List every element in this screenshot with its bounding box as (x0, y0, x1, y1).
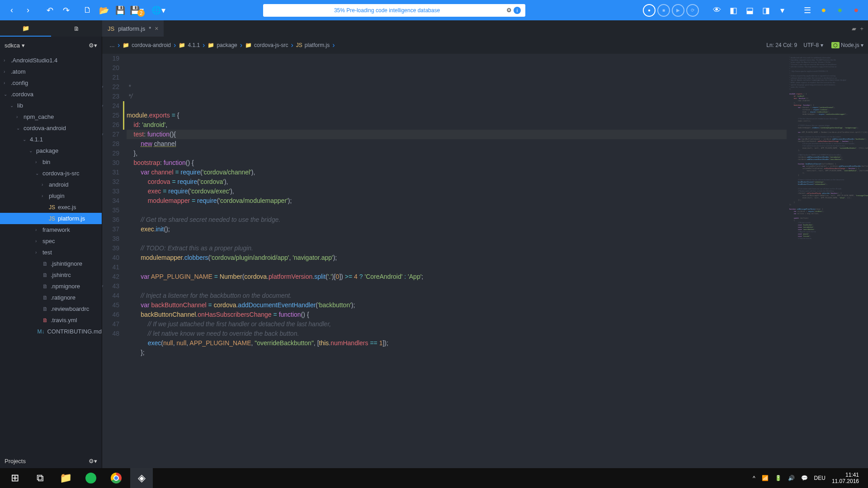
forward-button[interactable]: › (21, 3, 35, 18)
sidebar: sdkca ▾ ⚙▾ ›.AndroidStudio1.4›.atom›.con… (0, 37, 102, 468)
minimap[interactable]: * distributed with this work for additio… (787, 54, 868, 468)
tree-item--jshintrc[interactable]: 🗎.jshintrc (0, 269, 102, 281)
tree-item--atom[interactable]: ›.atom (0, 66, 102, 77)
tree-item-4-1-1[interactable]: ⌄4.1.1 (0, 134, 102, 145)
tree-item-bin[interactable]: ›bin (0, 156, 102, 168)
tree-item--config[interactable]: ›.config (0, 77, 102, 89)
toggle-tree-icon[interactable]: 📁 (0, 20, 51, 37)
spotify-icon[interactable] (80, 468, 102, 488)
volume-icon[interactable]: 🔊 (788, 475, 795, 481)
breadcrumb-cordova-android[interactable]: 📁 cordova-android (120, 42, 174, 48)
save-all-icon[interactable]: 💾2▾ (129, 3, 144, 18)
close-window-icon[interactable]: ● (849, 3, 863, 18)
battery-icon[interactable]: 🔋 (775, 475, 782, 481)
tab-platform-js[interactable]: JS platform.js * × (102, 20, 164, 37)
breadcrumb-platform-js[interactable]: JS platform.js (293, 42, 332, 48)
projects-label[interactable]: Projects (5, 458, 26, 465)
breadcrumb-package[interactable]: 📁 package (205, 42, 240, 48)
start-button[interactable]: ⊞ (4, 468, 26, 488)
windows-taskbar: ⊞ ⧉ 📁 ◈ ^ 📶 🔋 🔊 💬 DEU 11:41 11.07.2016 (0, 468, 868, 488)
tree-item--androidstudio1-4[interactable]: ›.AndroidStudio1.4 (0, 55, 102, 66)
tray-chevron-icon[interactable]: ^ (753, 475, 755, 481)
loading-message: 35% Pre-loading code intelligence databa… (268, 7, 506, 14)
redo-button[interactable]: ↷ (59, 3, 73, 18)
tab-label: platform.js (118, 25, 145, 32)
code-editor[interactable]: 192021▾2223▾242526▾272829303132333435363… (102, 54, 868, 468)
tree-item--cordova[interactable]: ⌄.cordova (0, 89, 102, 100)
info-icon[interactable]: i (514, 7, 521, 14)
breadcrumb-4-1-1[interactable]: 📁 4.1.1 (176, 42, 203, 48)
tree-item-lib[interactable]: ⌄lib (0, 100, 102, 111)
debug-icon[interactable]: ⟳ (686, 4, 699, 17)
tree-item-npm-cache[interactable]: ›npm_cache (0, 111, 102, 122)
language-selector[interactable]: ⬡ Node.js ▾ (830, 42, 863, 48)
tree-item-plugin[interactable]: ›plugin (0, 190, 102, 202)
projects-settings-icon[interactable]: ⚙▾ (89, 458, 97, 465)
save-icon[interactable]: 💾 (113, 3, 127, 18)
tree-item-cordova-js-src[interactable]: ⌄cordova-js-src (0, 168, 102, 179)
panel-bottom-icon[interactable]: ⬓ (742, 3, 757, 18)
tab-modified-indicator: * (149, 25, 151, 32)
breadcrumb-cordova-js-src[interactable]: 📁 cordova-js-src (242, 42, 291, 48)
globe-icon[interactable]: 🌐▾ (151, 3, 165, 18)
open-folder-icon[interactable]: 📂 (97, 3, 111, 18)
tab-bar: 📁 🗎 JS platform.js * × ▰ + (0, 20, 868, 37)
tree-item--travis-yml[interactable]: 🗎.travis.yml (0, 314, 102, 326)
play-icon[interactable]: ▶ (672, 4, 684, 17)
breadcrumb-ellipsis[interactable]: … (107, 42, 118, 48)
js-file-icon: JS (108, 25, 114, 32)
file-explorer-icon[interactable]: 📁 (54, 468, 77, 488)
tree-item-contributing-md[interactable]: M↓CONTRIBUTING.md (0, 326, 102, 337)
panel-dropdown[interactable]: ▾ (775, 3, 789, 18)
project-name[interactable]: sdkca ▾ (5, 42, 25, 49)
tree-item-android[interactable]: ›android (0, 179, 102, 190)
omnibox[interactable]: 35% Pre-loading code intelligence databa… (263, 4, 525, 17)
minimize-window-icon[interactable]: ● (816, 3, 831, 18)
clock[interactable]: 11:41 11.07.2016 (832, 472, 859, 484)
gear-icon[interactable]: ⚙ (506, 7, 512, 14)
tree-item--npmignore[interactable]: 🗎.npmignore (0, 281, 102, 292)
record-icon[interactable]: ● (643, 4, 656, 17)
maximize-window-icon[interactable]: ● (833, 3, 847, 18)
tree-item-cordova-android[interactable]: ⌄cordova-android (0, 122, 102, 134)
notifications-icon[interactable]: 💬 (801, 475, 808, 481)
menu-icon[interactable]: ☰ (800, 3, 815, 18)
new-file-icon[interactable]: 🗋 (80, 3, 95, 18)
close-tab-icon[interactable]: × (155, 25, 158, 32)
undo-button[interactable]: ↶ (42, 3, 57, 18)
stop-icon[interactable]: ■ (657, 4, 670, 17)
tree-item-platform-js[interactable]: JSplatform.js (0, 213, 102, 224)
add-tab-icon[interactable]: + (860, 25, 863, 32)
app-icon[interactable]: ◈ (130, 468, 153, 488)
eye-icon[interactable]: 👁 (710, 3, 724, 18)
tree-item-test[interactable]: ›test (0, 247, 102, 258)
panel-right-icon[interactable]: ◨ (759, 3, 773, 18)
encoding-selector[interactable]: UTF-8 ▾ (803, 42, 823, 48)
back-button[interactable]: ‹ (5, 3, 19, 18)
tree-item--ratignore[interactable]: 🗎.ratignore (0, 292, 102, 303)
wifi-icon[interactable]: 📶 (762, 475, 769, 481)
chrome-icon[interactable] (105, 468, 127, 488)
language-indicator[interactable]: DEU (814, 475, 826, 481)
main-toolbar: ‹ › ↶ ↷ 🗋 📂 💾 💾2▾ 🌐▾ 35% Pre-loading cod… (0, 0, 868, 20)
tree-item--reviewboardrc[interactable]: 🗎.reviewboardrc (0, 303, 102, 314)
cursor-position[interactable]: Ln: 24 Col: 9 (766, 42, 797, 48)
toggle-files-icon[interactable]: 🗎 (51, 20, 102, 37)
tree-item-spec[interactable]: ›spec (0, 235, 102, 247)
terminal-toggle-icon[interactable]: ▰ (852, 25, 856, 32)
tree-item-package[interactable]: ⌄package (0, 145, 102, 156)
task-view-icon[interactable]: ⧉ (29, 468, 52, 488)
breadcrumbs: … ›📁 cordova-android›📁 4.1.1›📁 package›📁… (102, 37, 868, 54)
file-tree: ›.AndroidStudio1.4›.atom›.config⌄.cordov… (0, 54, 102, 454)
tree-item--jshintignore[interactable]: 🗎.jshintignore (0, 258, 102, 269)
sidebar-settings-icon[interactable]: ⚙▾ (89, 42, 97, 49)
tree-item-framework[interactable]: ›framework (0, 224, 102, 235)
tree-item-exec-js[interactable]: JSexec.js (0, 202, 102, 213)
panel-left-icon[interactable]: ◧ (726, 3, 741, 18)
